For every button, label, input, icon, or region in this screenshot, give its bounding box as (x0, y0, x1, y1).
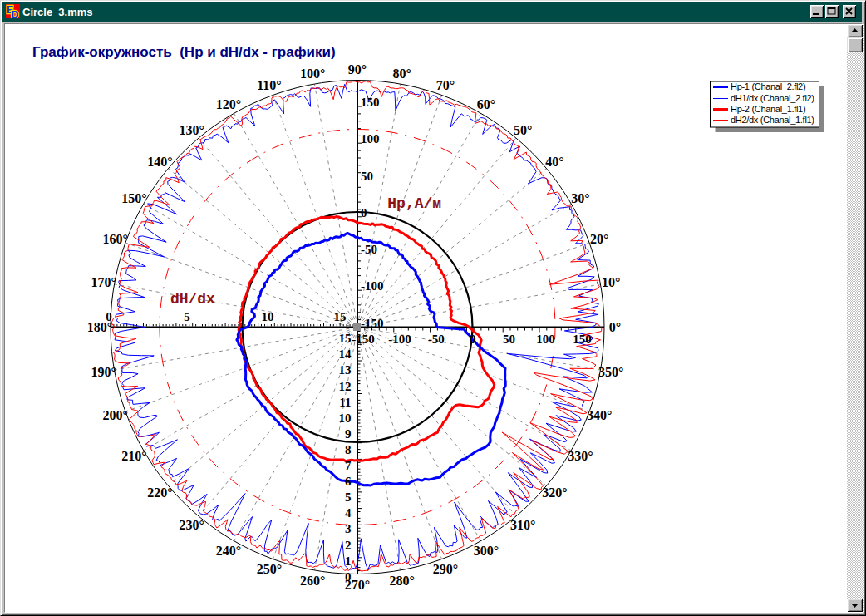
svg-text:3: 3 (345, 522, 352, 535)
svg-text:230°: 230° (179, 518, 204, 532)
svg-text:240°: 240° (216, 544, 241, 558)
svg-text:110°: 110° (257, 78, 282, 92)
svg-text:280°: 280° (390, 574, 415, 588)
svg-text:40°: 40° (545, 155, 563, 169)
svg-text:D: D (12, 9, 19, 19)
svg-text:160°: 160° (102, 232, 127, 246)
svg-text:270°: 270° (345, 578, 370, 592)
svg-text:330°: 330° (568, 449, 593, 463)
svg-text:310°: 310° (510, 518, 535, 532)
svg-text:100: 100 (361, 132, 380, 145)
svg-text:50: 50 (503, 333, 515, 346)
svg-text:130°: 130° (179, 123, 204, 137)
svg-text:1: 1 (345, 554, 352, 568)
svg-text:8: 8 (345, 443, 352, 456)
svg-text:290°: 290° (433, 562, 458, 576)
svg-text:80°: 80° (393, 67, 411, 81)
svg-text:200°: 200° (102, 408, 127, 422)
svg-text:350°: 350° (598, 365, 623, 379)
svg-text:250°: 250° (257, 562, 282, 576)
svg-text:50: 50 (361, 170, 373, 183)
svg-text:-150: -150 (352, 333, 375, 346)
svg-text:100: 100 (536, 333, 555, 346)
svg-text:120°: 120° (216, 97, 241, 111)
svg-text:5: 5 (184, 310, 190, 323)
svg-text:Hp,А/м: Hp,А/м (387, 195, 441, 212)
svg-text:5: 5 (345, 490, 352, 504)
svg-text:150°: 150° (121, 191, 146, 205)
svg-text:14: 14 (339, 347, 352, 361)
svg-text:9: 9 (345, 427, 352, 441)
svg-text:dH/dx: dH/dx (170, 291, 215, 308)
svg-text:180°: 180° (87, 320, 112, 334)
svg-text:15: 15 (334, 310, 347, 323)
svg-text:100°: 100° (300, 67, 325, 81)
svg-text:220°: 220° (147, 485, 172, 500)
svg-text:90°: 90° (348, 62, 367, 76)
svg-text:0: 0 (361, 206, 367, 219)
svg-text:2: 2 (345, 539, 352, 552)
svg-text:20°: 20° (590, 232, 608, 246)
svg-text:10°: 10° (602, 275, 620, 289)
svg-text:0°: 0° (609, 320, 621, 334)
svg-text:-150: -150 (361, 317, 384, 330)
svg-text:10: 10 (339, 411, 352, 425)
svg-text:210°: 210° (121, 449, 146, 463)
svg-text:0: 0 (470, 333, 476, 346)
svg-text:170°: 170° (91, 275, 116, 289)
svg-text:12: 12 (339, 380, 352, 393)
svg-text:-100: -100 (361, 279, 384, 293)
svg-text:50°: 50° (514, 123, 532, 137)
svg-text:15: 15 (339, 332, 352, 345)
svg-text:260°: 260° (300, 574, 325, 588)
svg-text:Hp-1 (Chanal_2.fl2): Hp-1 (Chanal_2.fl2) (731, 81, 805, 91)
svg-text:dH2/dx (Chanal_1.fl1): dH2/dx (Chanal_1.fl1) (731, 115, 814, 125)
svg-text:4: 4 (345, 506, 352, 520)
svg-text:dH1/dx (Chanal_2.fl2): dH1/dx (Chanal_2.fl2) (731, 93, 814, 103)
svg-text:10: 10 (262, 310, 274, 323)
svg-text:70°: 70° (436, 78, 455, 92)
svg-text:13: 13 (339, 363, 352, 377)
svg-text:340°: 340° (587, 408, 612, 422)
svg-text:11: 11 (339, 396, 351, 409)
svg-text:190°: 190° (91, 365, 116, 379)
svg-text:30°: 30° (571, 191, 589, 205)
svg-text:300°: 300° (474, 544, 499, 558)
svg-text:60°: 60° (477, 97, 495, 111)
svg-text:7: 7 (345, 459, 352, 472)
svg-text:150: 150 (361, 96, 380, 109)
svg-text:150: 150 (573, 333, 592, 346)
svg-text:-50: -50 (361, 243, 377, 256)
svg-text:320°: 320° (542, 485, 567, 500)
svg-text:-50: -50 (428, 333, 445, 346)
svg-text:Hp-2 (Chanal_1.fl1): Hp-2 (Chanal_1.fl1) (731, 104, 805, 114)
svg-text:140°: 140° (147, 155, 172, 169)
svg-text:6: 6 (345, 475, 352, 488)
svg-text:-100: -100 (388, 333, 411, 346)
